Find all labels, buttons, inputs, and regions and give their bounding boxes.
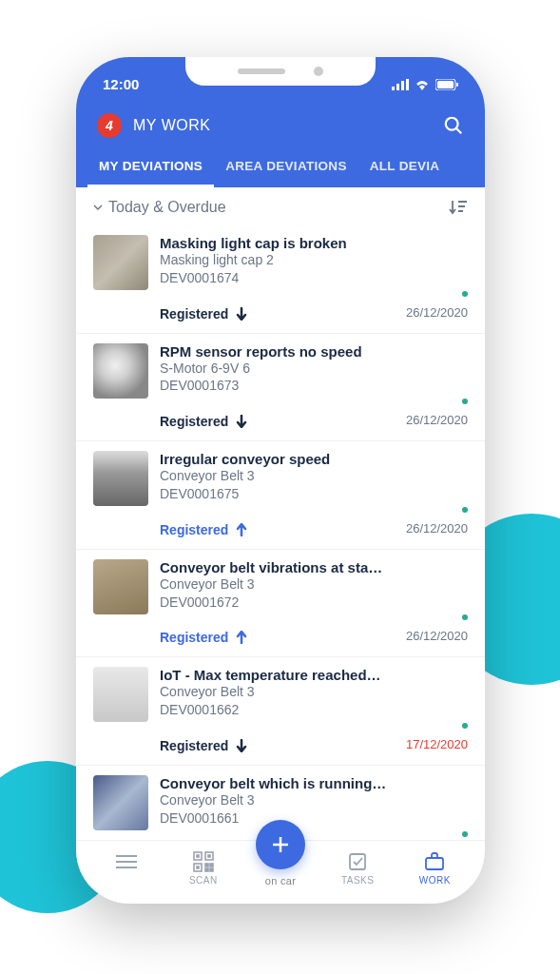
nav-scan-label: SCAN: [189, 875, 218, 886]
status-dot-icon: [462, 399, 468, 404]
item-dev-id: DEV0001662: [160, 701, 468, 719]
svg-rect-29: [426, 858, 443, 869]
item-date-col: 26/12/2020: [406, 397, 468, 429]
item-status: Registered: [160, 522, 247, 537]
plus-icon: [270, 834, 291, 855]
nav-tasks-label: TASKS: [341, 875, 375, 886]
deviation-list[interactable]: Masking light cap is broken Masking ligh…: [76, 225, 485, 840]
wifi-icon: [415, 79, 430, 90]
menu-icon: [116, 854, 137, 869]
item-title: Irregular conveyor speed: [160, 451, 468, 467]
svg-line-8: [456, 128, 462, 134]
arrow-down-icon: [236, 739, 247, 752]
item-body: IoT - Max temperature reached… Conveyor …: [160, 667, 468, 753]
fab-add[interactable]: [256, 820, 305, 869]
list-item[interactable]: Masking light cap is broken Masking ligh…: [76, 225, 485, 334]
item-dev-id: DEV0001673: [160, 377, 468, 395]
item-thumbnail: [93, 235, 148, 290]
briefcase-icon: [424, 852, 445, 871]
nav-work[interactable]: WORK: [406, 850, 463, 886]
item-title: Conveyor belt vibrations at sta…: [160, 559, 468, 575]
arrow-up-icon: [236, 631, 247, 644]
item-date: 26/12/2020: [406, 413, 468, 427]
signal-icon: [392, 79, 409, 90]
tab-my-deviations[interactable]: MY DEVIATIONS: [87, 149, 214, 187]
svg-rect-5: [437, 81, 454, 88]
tabs: MY DEVIATIONS AREA DEVIATIONS ALL DEVIA: [76, 149, 485, 187]
item-dev-id: DEV0001672: [160, 594, 468, 612]
status-dot-icon: [462, 291, 468, 297]
svg-rect-3: [406, 79, 409, 90]
item-body: RPM sensor reports no speed S-Motor 6-9V…: [160, 343, 468, 430]
arrow-down-icon: [236, 415, 247, 428]
item-body: Irregular conveyor speed Conveyor Belt 3…: [160, 451, 468, 537]
tab-all-deviations[interactable]: ALL DEVIA: [358, 149, 452, 187]
svg-rect-24: [205, 868, 208, 871]
item-thumbnail: [93, 667, 148, 722]
nav-tasks[interactable]: TASKS: [329, 850, 386, 886]
list-item[interactable]: Conveyor belt vibrations at sta… Conveyo…: [76, 550, 485, 658]
list-item[interactable]: IoT - Max temperature reached… Conveyor …: [76, 657, 485, 766]
item-subtitle: Masking light cap 2: [160, 251, 468, 269]
svg-rect-22: [205, 864, 208, 867]
sort-icon[interactable]: [449, 199, 468, 216]
item-status: Registered: [160, 414, 247, 429]
svg-rect-2: [401, 81, 404, 90]
item-body: Conveyor belt which is running… Conveyor…: [160, 775, 468, 840]
item-subtitle: Conveyor Belt 3: [160, 575, 468, 594]
item-status: Registered: [160, 306, 247, 321]
item-title: Conveyor belt which is running…: [160, 775, 468, 791]
filter-dropdown[interactable]: Today & Overdue: [93, 199, 226, 216]
phone-frame: 12:00 4 MY WORK MY DEVIATIONS AREA DEVIA…: [76, 57, 485, 904]
item-date-col: 26/12/2020: [406, 289, 468, 321]
item-date-col: 17/12/2020: [406, 829, 468, 840]
svg-point-7: [446, 118, 458, 130]
battery-icon: [435, 79, 458, 90]
app-logo[interactable]: 4: [97, 113, 122, 138]
item-thumbnail: [93, 343, 148, 399]
search-icon[interactable]: [443, 115, 464, 136]
svg-rect-19: [197, 855, 199, 857]
qr-icon: [193, 851, 214, 872]
item-date-col: 26/12/2020: [406, 505, 468, 537]
item-title: RPM sensor reports no speed: [160, 343, 468, 360]
item-subtitle: Conveyor Belt 3: [160, 683, 468, 701]
svg-rect-6: [456, 83, 458, 87]
item-date-col: 17/12/2020: [406, 721, 468, 753]
item-date: 26/12/2020: [406, 521, 468, 536]
svg-rect-25: [210, 868, 213, 871]
svg-rect-20: [208, 855, 210, 857]
svg-rect-1: [396, 84, 399, 90]
list-item[interactable]: Irregular conveyor speed Conveyor Belt 3…: [76, 441, 485, 550]
tab-area-deviations[interactable]: AREA DEVIATIONS: [214, 149, 358, 187]
nav-center-label: on car: [265, 875, 296, 886]
svg-rect-21: [197, 867, 199, 868]
svg-rect-28: [350, 854, 365, 869]
tasks-icon: [347, 851, 368, 872]
item-subtitle: Conveyor Belt 3: [160, 467, 468, 485]
arrow-down-icon: [236, 307, 247, 321]
filter-label: Today & Overdue: [108, 199, 226, 216]
item-body: Conveyor belt vibrations at sta… Conveyo…: [160, 559, 468, 646]
nav-work-label: WORK: [419, 875, 451, 886]
status-dot-icon: [462, 614, 468, 620]
list-item[interactable]: RPM sensor reports no speed S-Motor 6-9V…: [76, 334, 485, 442]
status-icons: [392, 79, 458, 90]
status-dot-icon: [462, 831, 468, 837]
item-date: 26/12/2020: [406, 305, 468, 320]
item-dev-id: DEV0001675: [160, 485, 468, 503]
item-thumbnail: [93, 451, 148, 506]
item-date: 17/12/2020: [406, 737, 468, 751]
phone-notch: [185, 57, 376, 86]
filter-row: Today & Overdue: [76, 187, 485, 225]
svg-rect-23: [210, 864, 213, 867]
svg-rect-0: [392, 87, 395, 90]
status-dot-icon: [462, 723, 468, 729]
bottom-nav: SCAN on car TASKS WORK: [76, 840, 485, 904]
nav-menu[interactable]: [98, 850, 155, 886]
nav-scan[interactable]: SCAN: [175, 850, 232, 886]
item-date: 26/12/2020: [406, 629, 468, 643]
item-body: Masking light cap is broken Masking ligh…: [160, 235, 468, 321]
arrow-up-icon: [236, 523, 247, 536]
item-dev-id: DEV0001674: [160, 269, 468, 287]
